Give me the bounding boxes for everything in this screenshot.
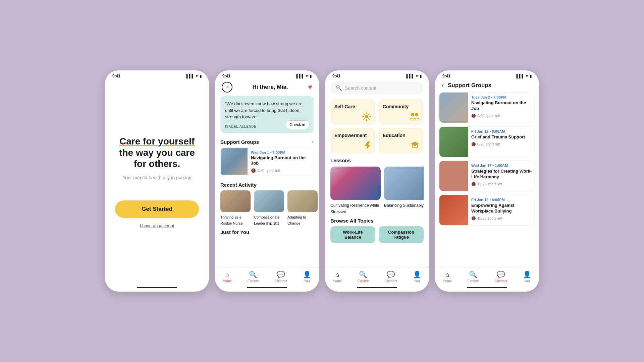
get-started-button[interactable]: Get Started [115,200,199,218]
phone4-header: ‹ Support Groups [435,80,539,92]
time-1: 9:41 [112,74,120,78]
support-group-info: Wed Jan 1 • 7:00PM Navigating Burnout on… [248,148,313,176]
lesson-img-1 [330,167,381,200]
category-empowerment[interactable]: Empowerment [330,128,375,154]
category-community[interactable]: Community [379,99,424,125]
support-list-card-4[interactable]: Fri Jan 19 • 8:00PM Empowering Against W… [439,195,535,226]
svg-marker-11 [365,141,371,149]
nav-home-2[interactable]: ⌂ Home [223,271,232,283]
support-arrow[interactable]: › [312,139,314,144]
category-education[interactable]: Education [379,128,424,154]
nav-explore-4[interactable]: 🔍 Explore [468,270,479,283]
nav-connect-2[interactable]: 💬 Connect [275,270,287,283]
category-empowerment-name: Empowerment [334,133,371,138]
signal-icon-3: ▌▌▌ [407,74,414,78]
phone-1: 9:41 ▌▌▌ ▾ ▮ Care for yourself the way y… [105,70,209,292]
nav-connect-3[interactable]: 💬 Connect [385,270,397,283]
support-list-info-2: Fri Jan 12 • 8:00AM Grief and Trauma Sup… [471,127,535,157]
support-list-info-3: Wed Jan 17 • 1:00AM Strategies for Creat… [471,161,535,191]
signal-icon-4: ▌▌▌ [517,74,524,78]
support-list-img-2 [439,127,468,157]
status-bar-4: 9:41 ▌▌▌ ▾ ▮ [435,70,539,80]
search-icon: 🔍 [336,85,342,91]
you-nav-icon-4: 👤 [523,270,531,279]
activity-img-2 [254,190,284,212]
heart-icon[interactable]: ♥ [308,83,312,92]
home-indicator-2 [247,287,287,288]
connect-nav-label-2: Connect [275,279,287,283]
phone-3: 9:41 ▌▌▌ ▾ ▮ 🔍 Search content Self-Care [325,70,429,292]
nav-home-3[interactable]: ⌂ Home [333,271,342,283]
svg-point-10 [415,113,418,116]
support-list-card-2[interactable]: Fri Jan 12 • 8:00AM Grief and Trauma Sup… [439,126,535,157]
activity-item-3[interactable]: Adapting to Change [287,190,318,226]
browse-pill-1[interactable]: Work-Life Balance [330,226,375,243]
support-list: Tues Jan 2 • 7:00PM Navigating Burnout o… [435,92,539,267]
category-selfcare-name: Self-Care [334,104,371,109]
connect-nav-label-3: Connect [385,279,397,283]
nav-explore-3[interactable]: 🔍 Explore [358,270,369,283]
nav-you-2[interactable]: 👤 You [303,270,311,283]
you-nav-icon-3: 👤 [413,270,421,279]
lessons-title: Lessons [330,158,424,163]
support-list-card-3[interactable]: Wed Jan 17 • 1:00AM Strategies for Creat… [439,161,535,191]
title-line1: Care for yourself [119,136,195,146]
camera-off-icon: 📵 [251,168,256,173]
svg-line-7 [369,114,370,115]
phone-4: 9:41 ▌▌▌ ▾ ▮ ‹ Support Groups Tues Jan 2… [435,70,539,292]
support-group-card[interactable]: Wed Jan 1 • 7:00PM Navigating Burnout on… [220,147,314,176]
home-indicator-3 [357,287,397,288]
signal-icon: ▌▌▌ [186,74,194,78]
status-bar-3: 9:41 ▌▌▌ ▾ ▮ [325,70,429,80]
connect-nav-icon-4: 💬 [497,270,505,279]
you-nav-label-4: You [524,279,530,283]
activity-scroll: Thriving as a Rookie Nurse Compassionate… [215,190,319,226]
support-list-card-1[interactable]: Tues Jan 2 • 7:00PM Navigating Burnout o… [439,92,535,123]
title-line3: for others. [134,159,180,169]
nav-connect-4[interactable]: 💬 Connect [495,270,507,283]
have-account-link[interactable]: I have an account [140,223,174,228]
home-indicator-1 [137,287,177,288]
lesson-label-2: Balancing Sustainably [384,203,424,208]
nav-you-4[interactable]: 👤 You [523,270,531,283]
lesson-card-2[interactable]: Balancing Sustainably [384,167,424,215]
spots-text-1: 4/20 spots left [477,114,500,118]
status-icons-3: ▌▌▌ ▾ ▮ [407,74,422,78]
wifi-icon-2: ▾ [306,74,308,78]
activity-label-1: Thriving as a Rookie Nurse [220,215,243,225]
explore-nav-label-4: Explore [468,279,479,283]
spots-text-2: 0/20 spots left [477,142,500,146]
activity-section-header: Recent Activity [215,180,319,190]
support-list-spots-3: 📵 13/20 spots left [471,182,532,186]
browse-title: Browse All Topics [325,215,429,226]
phone-2: 9:41 ▌▌▌ ▾ ▮ + Hi there, Mia. ♥ "We don'… [215,70,319,292]
search-bar[interactable]: 🔍 Search content [330,82,424,95]
bottom-nav-3: ⌂ Home 🔍 Explore 💬 Connect 👤 You [325,267,429,284]
nav-explore-2[interactable]: 🔍 Explore [248,270,259,283]
home-nav-label-3: Home [333,279,342,283]
add-icon[interactable]: + [222,82,232,93]
browse-pill-2[interactable]: Compassion Fatigue [379,226,424,243]
nav-you-3[interactable]: 👤 You [413,270,421,283]
support-list-date-4: Fri Jan 19 • 8:00PM [471,198,532,202]
category-education-icon [383,141,420,149]
check-in-button[interactable]: Check in [285,120,310,129]
category-selfcare[interactable]: Self-Care [330,99,375,125]
support-list-date-3: Wed Jan 17 • 1:00AM [471,164,532,168]
status-bar-2: 9:41 ▌▌▌ ▾ ▮ [215,70,319,80]
you-nav-icon-2: 👤 [303,270,311,279]
connect-nav-icon-3: 💬 [387,270,395,279]
activity-item-1[interactable]: Thriving as a Rookie Nurse [220,190,251,226]
back-button[interactable]: ‹ [442,82,444,89]
wifi-icon: ▾ [196,74,198,78]
status-bar-1: 9:41 ▌▌▌ ▾ ▮ [105,70,209,80]
lesson-card-1[interactable]: Cultivating Resilience while Stressed [330,167,381,215]
time-2: 9:41 [222,74,230,78]
support-list-info-1: Tues Jan 2 • 7:00PM Navigating Burnout o… [471,93,535,123]
activity-img-1 [220,190,251,212]
nav-home-4[interactable]: ⌂ Home [443,271,452,283]
phone1-main: Care for yourself the way you care for o… [105,80,209,284]
lesson-label-1: Cultivating Resilience while Stressed [330,203,379,214]
support-list-spots-2: 📵 0/20 spots left [471,142,532,146]
activity-item-2[interactable]: Compassionate Leadership 101 [254,190,284,226]
